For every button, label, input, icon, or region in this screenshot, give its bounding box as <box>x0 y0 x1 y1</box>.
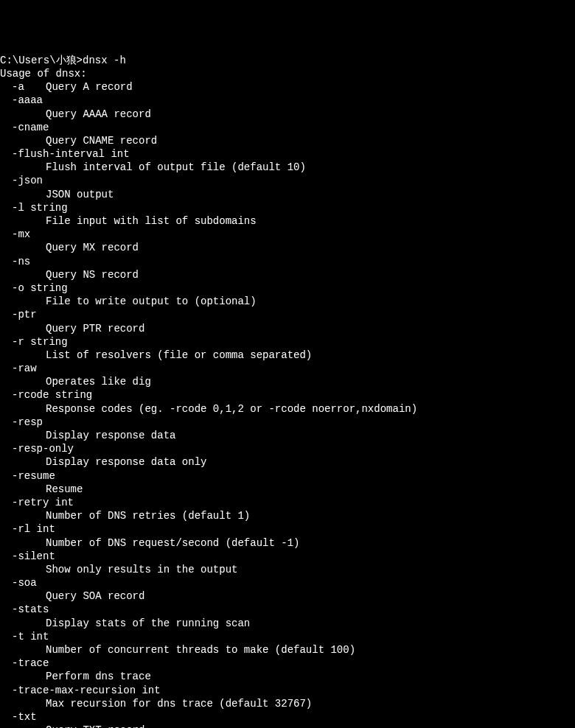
flag-description: List of resolvers (file or comma separat… <box>0 349 575 362</box>
flag-name: -resume <box>12 470 55 482</box>
flag-entry: -retry int <box>0 496 575 509</box>
flag-description: Max recursion for dns trace (default 327… <box>0 697 575 710</box>
flag-name: -r string <box>12 336 68 348</box>
flag-entry: -mx <box>0 228 575 241</box>
flag-description: Query CNAME record <box>0 134 575 147</box>
flag-name: -resp-only <box>12 443 74 455</box>
flag-description: Query NS record <box>0 268 575 281</box>
flag-name: -a <box>12 80 46 94</box>
flag-name: -l string <box>12 202 68 214</box>
flag-description: File to write output to (optional) <box>0 295 575 308</box>
flag-description: JSON output <box>0 188 575 201</box>
flag-name: -trace-max-recursion int <box>12 685 161 696</box>
flag-entry: -txt <box>0 710 575 724</box>
flag-name: -trace <box>12 657 49 669</box>
flag-name: -silent <box>12 550 55 562</box>
flag-description: Resume <box>0 483 575 496</box>
flag-description: Show only results in the output <box>0 563 575 576</box>
flag-entry: -flush-interval int <box>0 147 575 161</box>
flag-name: -retry int <box>12 497 74 508</box>
flag-name: -ns <box>12 256 30 267</box>
flag-name: -flush-interval int <box>12 148 130 160</box>
flags-list: -aQuery A record-aaaaQuery AAAA record-c… <box>0 80 575 728</box>
flag-description: Query PTR record <box>0 322 575 335</box>
terminal-output[interactable]: C:\Users\小狼>dnsx -h Usage of dnsx:-aQuer… <box>0 54 575 728</box>
flag-entry: -cname <box>0 121 575 134</box>
flag-entry: -aaaa <box>0 94 575 107</box>
flag-entry: -json <box>0 174 575 187</box>
flag-entry: -r string <box>0 335 575 349</box>
prompt: C:\Users\小狼> <box>0 55 83 66</box>
flag-name: -raw <box>12 363 37 374</box>
flag-entry: -l string <box>0 201 575 214</box>
flag-entry: -resp-only <box>0 442 575 455</box>
flag-entry: -raw <box>0 362 575 375</box>
flag-description: Flush interval of output file (default 1… <box>0 161 575 174</box>
flag-entry: -ns <box>0 255 575 268</box>
flag-description: Query TXT record <box>0 724 575 728</box>
flag-entry: -rl int <box>0 522 575 536</box>
flag-entry: -rcode string <box>0 388 575 402</box>
flag-description: File input with list of subdomains <box>0 214 575 228</box>
flag-name: -rl int <box>12 523 55 535</box>
flag-name: -rcode string <box>12 389 92 401</box>
flag-description: Query SOA record <box>0 589 575 603</box>
flag-entry: -ptr <box>0 308 575 321</box>
flag-description: Query A record <box>46 81 133 93</box>
flag-description: Perform dns trace <box>0 670 575 683</box>
flag-description: Response codes (eg. -rcode 0,1,2 or -rco… <box>0 402 575 416</box>
usage-line: Usage of dnsx: <box>0 67 575 80</box>
flag-description: Display stats of the running scan <box>0 617 575 630</box>
flag-name: -soa <box>12 577 37 589</box>
flag-entry: -trace <box>0 657 575 670</box>
flag-description: Display response data only <box>0 455 575 469</box>
flag-name: -json <box>12 175 43 186</box>
flag-description: Query AAAA record <box>0 108 575 121</box>
flag-name: -txt <box>12 711 37 723</box>
flag-name: -stats <box>12 603 49 615</box>
flag-name: -mx <box>12 228 30 240</box>
flag-entry: -t int <box>0 630 575 643</box>
command-input: dnsx -h <box>83 55 126 66</box>
flag-name: -o string <box>12 282 68 294</box>
flag-description: Number of DNS retries (default 1) <box>0 509 575 522</box>
flag-entry: -silent <box>0 550 575 563</box>
flag-entry: -resp <box>0 416 575 429</box>
flag-entry: -resume <box>0 469 575 483</box>
flag-description: Query MX record <box>0 241 575 254</box>
flag-name: -cname <box>12 122 49 133</box>
flag-name: -aaaa <box>12 94 43 106</box>
flag-entry: -o string <box>0 281 575 295</box>
flag-description: Display response data <box>0 429 575 442</box>
flag-description: Number of concurrent threads to make (de… <box>0 643 575 657</box>
flag-entry: -trace-max-recursion int <box>0 684 575 697</box>
flag-entry: -soa <box>0 576 575 589</box>
flag-name: -ptr <box>12 309 37 321</box>
flag-name: -resp <box>12 416 43 428</box>
flag-entry: -stats <box>0 603 575 616</box>
flag-description: Number of DNS request/second (default -1… <box>0 536 575 550</box>
flag-description: Operates like dig <box>0 375 575 388</box>
flag-entry: -aQuery A record <box>0 80 575 94</box>
flag-name: -t int <box>12 631 49 643</box>
